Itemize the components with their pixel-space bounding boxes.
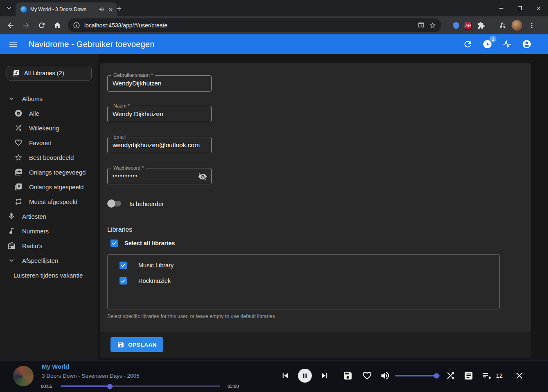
new-tab-button[interactable] (114, 3, 124, 14)
volume-icon (380, 371, 390, 381)
sidebar-section-label: Afspeellijsten (22, 257, 58, 264)
window-minimize-button[interactable] (492, 0, 510, 16)
name-label: Naam * (111, 103, 132, 109)
song-title[interactable]: My World (42, 363, 69, 370)
rockmuziek-checkbox[interactable] (120, 277, 127, 284)
back-button[interactable] (3, 18, 18, 33)
window-maximize-button[interactable] (510, 0, 529, 16)
select-all-checkbox[interactable] (111, 240, 118, 247)
elapsed-time: 00:55 (41, 384, 52, 389)
refresh-icon (463, 39, 473, 49)
check-icon (111, 240, 117, 246)
album-art[interactable] (13, 366, 34, 386)
admin-toggle-label: Is beheerder (129, 200, 164, 207)
sidebar-item-artiesten[interactable]: Artiesten (0, 209, 98, 224)
account-button[interactable] (521, 38, 532, 50)
all-libraries-button[interactable]: All Libraries (2) (7, 66, 92, 81)
app-bar-actions: 1 (462, 38, 541, 50)
sidebar-item-best-beoordeeld[interactable]: Best beoordeeld (0, 150, 98, 165)
favorite-button[interactable] (362, 371, 372, 381)
browser-menu-icon[interactable] (526, 20, 537, 31)
play-queue-button[interactable]: 1 (482, 38, 493, 50)
page-title: Navidrome - Gebruiker toevoegen (29, 40, 154, 49)
home-button[interactable] (50, 18, 65, 33)
install-app-icon[interactable] (417, 22, 425, 29)
next-button[interactable] (320, 371, 330, 381)
sidebar-item-label: Best beoordeeld (29, 154, 74, 161)
sidebar-item-radios[interactable]: Radio's (0, 238, 98, 253)
progress-slider[interactable] (61, 385, 220, 387)
sidebar-item-label: Willekeurig (29, 125, 59, 132)
bookmark-star-icon[interactable] (429, 22, 436, 29)
browser-tab[interactable]: My World - 3 Doors Down (16, 2, 117, 16)
libraries-box: Music Library Rockmuziek (107, 254, 500, 309)
email-label: Email (111, 134, 128, 140)
select-all-label: Select all libraries (124, 240, 175, 246)
volume-thumb[interactable] (434, 373, 439, 379)
queue-count: 12 (496, 372, 503, 379)
extensions-puzzle-icon[interactable] (475, 20, 487, 31)
user-create-form: Gebruikersnaam * Naam * Email Wachtwoord… (100, 63, 531, 332)
tab-close-button[interactable] (108, 7, 114, 13)
play-queue-button[interactable] (482, 371, 492, 381)
skip-previous-icon (280, 371, 291, 381)
volume-slider[interactable] (395, 375, 440, 376)
close-player-button[interactable] (514, 371, 525, 381)
pause-button[interactable] (298, 369, 312, 383)
sidebar-item-onlangs-toegevoegd[interactable]: Onlangs toegevoegd (0, 165, 98, 179)
sidebar-item-label: Favoriet (29, 139, 51, 146)
address-bar[interactable]: localhost:4533/app/#/user/create (68, 18, 441, 32)
shuffle-button[interactable] (446, 371, 456, 381)
pause-icon (301, 372, 309, 379)
volume-button[interactable] (380, 371, 390, 381)
heart-icon (362, 371, 372, 381)
library-icon (12, 69, 20, 77)
media-controls-icon[interactable] (496, 20, 508, 31)
sidebar-item-onlangs-afgespeeld[interactable]: Onlangs afgespeeld (0, 179, 98, 194)
main-content: Gebruikersnaam * Naam * Email Wachtwoord… (98, 54, 548, 360)
password-field: Wachtwoord * (107, 168, 212, 184)
tab-audio-icon[interactable] (99, 7, 104, 12)
sidebar-item-luisteren-tijdens-vakantie[interactable]: Luisteren tijdens vakantie (0, 268, 98, 282)
sidebar-item-label: Onlangs toegevoegd (29, 169, 86, 176)
menu-button[interactable] (8, 39, 18, 49)
sidebar-item-meest-afgespeeld[interactable]: Meest afgespeeld (0, 194, 98, 209)
sidebar-item-willekeurig[interactable]: Willekeurig (0, 121, 98, 135)
sidebar-item-alle[interactable]: Alle (0, 106, 98, 121)
sidebar-item-nummers[interactable]: Nummers (0, 224, 98, 238)
toggle-password-visibility-button[interactable] (198, 172, 208, 181)
sidebar-item-favoriet[interactable]: Favoriet (0, 135, 98, 150)
maximize-icon (518, 6, 522, 10)
forward-button[interactable] (19, 18, 34, 33)
form-toolbar: OPSLAAN (100, 332, 531, 358)
save-button[interactable]: OPSLAAN (111, 337, 163, 352)
toggle-thumb (107, 199, 115, 208)
shield-extension-icon[interactable] (450, 20, 462, 31)
music-note-icon (7, 227, 16, 235)
sidebar-section-label: Albums (22, 95, 43, 102)
url-text: localhost:4533/app/#/user/create (84, 22, 413, 29)
reload-button[interactable] (34, 18, 49, 33)
site-info-icon[interactable] (73, 22, 80, 29)
window-close-button[interactable] (529, 0, 548, 16)
repeat-icon (14, 197, 23, 206)
tab-title: My World - 3 Doors Down (30, 7, 95, 12)
music-library-checkbox[interactable] (120, 262, 127, 269)
sidebar-section-albums[interactable]: Albums (0, 91, 98, 106)
abp-extension-icon[interactable]: ABP (465, 22, 472, 29)
profile-avatar[interactable] (512, 20, 522, 31)
admin-toggle[interactable] (107, 199, 122, 208)
chevron-down-icon (7, 256, 16, 264)
progress-thumb[interactable] (107, 384, 113, 389)
refresh-button[interactable] (462, 38, 474, 50)
shuffle-icon (14, 124, 23, 132)
sidebar-item-label: Onlangs afgespeeld (29, 184, 83, 190)
reload-icon (38, 21, 46, 29)
sidebar-section-afspeellijsten[interactable]: Afspeellijsten (0, 253, 98, 268)
tab-search-button[interactable] (4, 3, 14, 13)
lyrics-button[interactable] (464, 371, 474, 381)
activity-button[interactable] (501, 38, 513, 50)
progress-fill (61, 385, 110, 387)
previous-button[interactable] (280, 371, 291, 381)
save-queue-button[interactable] (343, 371, 353, 381)
